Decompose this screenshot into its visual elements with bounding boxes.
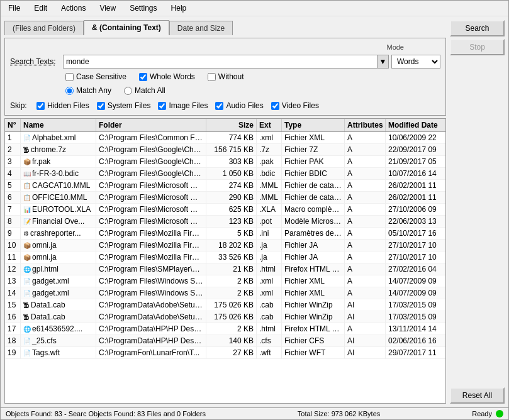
cell-name: 📖fr-FR-3-0.bdic (21, 168, 96, 179)
cell-type: Fichier WinZip (282, 311, 345, 323)
cell-ext: .html (257, 263, 282, 275)
cell-attr: A (345, 275, 386, 287)
search-input-container: ▼ (63, 55, 389, 69)
col-header-attr[interactable]: Attributes (345, 119, 386, 131)
cell-modified: 22/09/2017 09 (386, 144, 445, 155)
mode-select[interactable]: Words Contains RegExp (391, 55, 440, 69)
cell-modified: 17/03/2015 09 (386, 299, 445, 311)
table-row[interactable]: 15 🗜Data1.cab C:\ProgramData\Adobe\Setup… (5, 299, 445, 311)
skip-video-checkbox[interactable] (271, 102, 279, 110)
skip-image-checkbox[interactable] (158, 102, 166, 110)
cell-n: 16 (5, 311, 21, 323)
skip-system-checkbox[interactable] (97, 102, 105, 110)
menu-actions[interactable]: Actions (57, 3, 89, 14)
reset-all-button[interactable]: Reset All (450, 387, 505, 404)
cell-ext: .pak (257, 156, 282, 167)
match-any-option[interactable]: Match Any (65, 86, 111, 95)
table-row[interactable]: 14 📄gadget.xml C:\Program Files\Windows … (5, 287, 445, 299)
cell-modified: 17/03/2015 09 (386, 311, 445, 323)
skip-hidden[interactable]: Hidden Files (36, 101, 89, 110)
cell-ext: .xml (257, 132, 282, 143)
table-row[interactable]: 7 📊EUROTOOL.XLA C:\Program Files\Microso… (5, 204, 445, 216)
table-row[interactable]: 3 📦fr.pak C:\Program Files\Google\Chro..… (5, 156, 445, 168)
results-table-area: N° Name Folder Size Ext Type Attributes … (4, 118, 446, 404)
menu-settings[interactable]: Settings (126, 3, 160, 14)
cell-attr: AI (345, 311, 386, 323)
skip-audio[interactable]: Audio Files (215, 101, 263, 110)
cell-name: 📊EUROTOOL.XLA (21, 204, 96, 215)
cell-modified: 27/10/2017 10 (386, 251, 445, 263)
search-texts-row: Search Texts: ▼ Words Contains RegExp (10, 55, 440, 69)
menu-help[interactable]: Help (167, 3, 191, 14)
stop-button[interactable]: Stop (450, 39, 505, 55)
without-option[interactable]: Without (208, 72, 244, 81)
col-header-name[interactable]: Name (21, 119, 96, 131)
cell-ext: .XLA (257, 204, 282, 215)
col-header-ext[interactable]: Ext (257, 119, 282, 131)
table-row[interactable]: 12 🌐gpl.html C:\Program Files\SMPlayer\d… (5, 263, 445, 275)
skip-audio-checkbox[interactable] (215, 102, 223, 110)
table-body[interactable]: 1 📄Alphabet.xml C:\Program Files\Common … (5, 132, 445, 403)
table-header: N° Name Folder Size Ext Type Attributes … (5, 119, 445, 132)
whole-words-checkbox[interactable] (139, 73, 147, 81)
col-header-modified[interactable]: Modified Date (386, 119, 445, 131)
skip-audio-label: Audio Files (226, 101, 263, 110)
col-header-type[interactable]: Type (282, 119, 345, 131)
search-input[interactable] (63, 55, 378, 69)
search-dropdown-btn[interactable]: ▼ (378, 55, 389, 69)
table-row[interactable]: 17 🌐e614536592.... C:\ProgramData\HP\HP … (5, 323, 445, 335)
table-row[interactable]: 19 📄Tags.wft C:\ProgramFon\LunarFron\T..… (5, 347, 445, 359)
table-row[interactable]: 8 📝Financial Ove... C:\Program Files\Mic… (5, 216, 445, 228)
search-button[interactable]: Search (450, 20, 505, 36)
table-row[interactable]: 13 📄gadget.xml C:\Program Files\Windows … (5, 275, 445, 287)
col-header-folder[interactable]: Folder (96, 119, 206, 131)
tab-containing-text[interactable]: & (Containing Text) (84, 20, 169, 35)
cell-type: Fichier BDIC (282, 168, 345, 179)
table-row[interactable]: 16 🗜Data1.cab C:\ProgramData\Adobe\Setup… (5, 311, 445, 323)
col-header-size[interactable]: Size (206, 119, 257, 131)
menu-view[interactable]: View (96, 3, 120, 14)
table-row[interactable]: 9 ⚙crashreporter... C:\Program Files\Moz… (5, 228, 445, 240)
whole-words-option[interactable]: Whole Words (139, 72, 195, 81)
cell-attr: AI (345, 347, 386, 358)
case-sensitive-option[interactable]: Case Sensitive (65, 72, 126, 81)
tab-files-folders[interactable]: (Files and Folders) (4, 21, 84, 35)
cell-n: 9 (5, 228, 21, 239)
table-row[interactable]: 2 🗜chrome.7z C:\Program Files\Google\Chr… (5, 144, 445, 156)
menu-edit[interactable]: Edit (30, 3, 51, 14)
col-header-n[interactable]: N° (5, 119, 21, 131)
table-row[interactable]: 1 📄Alphabet.xml C:\Program Files\Common … (5, 132, 445, 144)
cell-size: 2 KB (206, 287, 257, 299)
table-row[interactable]: 18 📄_25.cfs C:\ProgramData\HP\HP DeskJ..… (5, 335, 445, 347)
cell-modified: 27/02/2016 04 (386, 263, 445, 275)
tab-date-size[interactable]: Date and Size (169, 21, 233, 35)
match-all-option[interactable]: Match All (124, 86, 165, 95)
menu-file[interactable]: File (4, 3, 24, 14)
skip-image[interactable]: Image Files (158, 101, 208, 110)
cell-folder: C:\Program Files\Windows Sid... (96, 275, 206, 287)
match-any-radio[interactable] (65, 87, 74, 95)
cell-type: Fichier JA (282, 251, 345, 263)
cell-modified: 10/06/2009 22 (386, 132, 445, 143)
table-row[interactable]: 11 📦omni.ja C:\Program Files\Mozilla Fir… (5, 251, 445, 263)
cell-type: Fichier XML (282, 287, 345, 299)
table-row[interactable]: 4 📖fr-FR-3-0.bdic C:\Program Files\Googl… (5, 168, 445, 180)
skip-hidden-checkbox[interactable] (36, 102, 45, 110)
cell-modified: 26/02/2001 11 (386, 180, 445, 191)
cell-name: 📝Financial Ove... (21, 216, 96, 227)
skip-label: Skip: (10, 101, 29, 110)
skip-video[interactable]: Video Files (271, 101, 319, 110)
cell-name: 🌐gpl.html (21, 263, 96, 275)
cell-type: Paramètres de c... (282, 228, 345, 239)
cell-folder: C:\Program Files\Google\Chro... (96, 156, 206, 167)
table-row[interactable]: 10 📦omni.ja C:\Program Files\Mozilla Fir… (5, 240, 445, 251)
match-all-radio[interactable] (124, 87, 132, 95)
ready-label: Ready (472, 410, 492, 417)
case-sensitive-checkbox[interactable] (65, 73, 74, 81)
table-row[interactable]: 5 📋CAGCAT10.MML C:\Program Files\Microso… (5, 180, 445, 192)
cell-folder: C:\ProgramData\HP\HP DeskJ... (96, 323, 206, 334)
skip-system[interactable]: System Files (97, 101, 151, 110)
table-row[interactable]: 6 📋OFFICE10.MML C:\Program Files\Microso… (5, 192, 445, 204)
cell-size: 2 KB (206, 323, 257, 334)
without-checkbox[interactable] (208, 73, 216, 81)
